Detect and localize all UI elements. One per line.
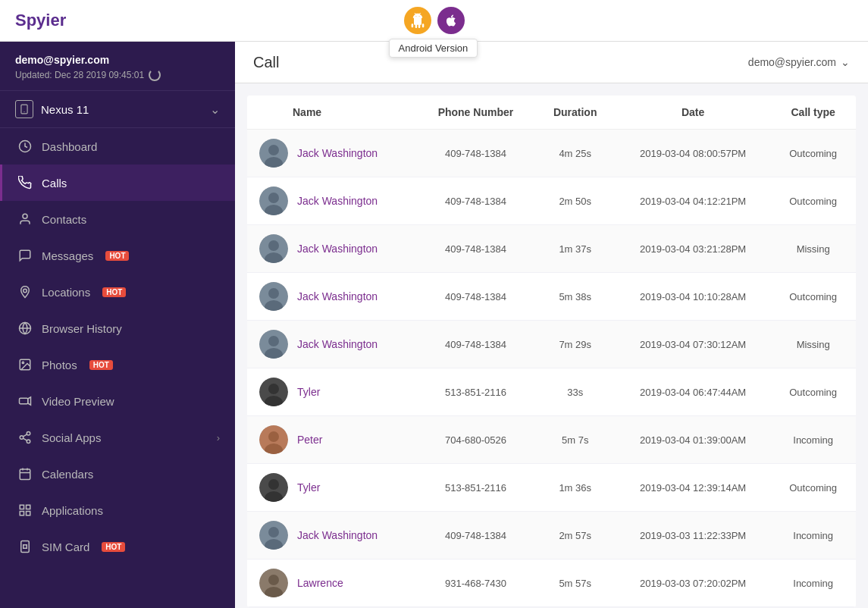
contact-avatar: [259, 330, 288, 359]
cell-date: 2019-03-04 01:39:00AM: [616, 416, 770, 464]
device-type-selector[interactable]: Android Version: [404, 7, 465, 34]
table-row: Jack Washington 409-748-1384 2m 57s 2019…: [247, 512, 856, 559]
photos-icon: [17, 357, 33, 372]
contact-name[interactable]: Jack Washington: [297, 243, 378, 255]
col-header-phone: Phone Number: [416, 96, 534, 130]
svg-rect-20: [20, 505, 24, 509]
cell-phone: 409-748-1384: [416, 225, 534, 273]
table-row: Tyler 513-851-2116 33s 2019-03-04 06:47:…: [247, 368, 856, 416]
col-header-duration: Duration: [535, 96, 616, 130]
table-container: Name Phone Number Duration Date Call typ…: [235, 83, 868, 608]
table-row: Lawrence 931-468-7430 5m 57s 2019-03-03 …: [247, 559, 856, 607]
cell-phone: 513-851-2116: [416, 368, 534, 416]
cell-duration: 5m 38s: [535, 273, 616, 321]
cell-duration: 5m 7s: [535, 416, 616, 464]
nav-label-calls: Calls: [42, 177, 67, 190]
content-header: Call demo@spyier.com ⌄: [235, 42, 868, 83]
locations-badge: HOT: [102, 287, 126, 297]
user-menu[interactable]: demo@spyier.com ⌄: [748, 56, 850, 68]
nav-label-locations: Locations: [42, 286, 90, 299]
cell-call-type: Missing: [770, 321, 856, 368]
calendars-icon: [17, 466, 33, 481]
contact-avatar: [259, 521, 288, 550]
cell-call-type: Missing: [770, 225, 856, 273]
svg-point-8: [22, 362, 24, 363]
cell-duration: 5m 57s: [535, 559, 616, 607]
contact-name[interactable]: Lawrence: [297, 577, 343, 589]
cell-name: Jack Washington: [247, 321, 416, 368]
contact-avatar: [259, 186, 288, 215]
nav-item-photos[interactable]: Photos HOT: [0, 346, 235, 383]
messages-icon: [17, 248, 33, 263]
apple-icon[interactable]: [437, 7, 465, 34]
svg-point-51: [268, 527, 279, 537]
contact-avatar: [259, 569, 288, 597]
nav-item-applications[interactable]: Applications: [0, 492, 235, 528]
contacts-icon: [17, 212, 33, 227]
sidebar-updated: Updated: Dec 28 2019 09:45:01: [15, 69, 220, 81]
cell-name: Tyler: [247, 464, 416, 512]
nav-item-messages[interactable]: Messages HOT: [0, 237, 235, 274]
cell-name: Jack Washington: [247, 225, 416, 273]
svg-point-3: [23, 214, 27, 218]
cell-phone: 409-748-1384: [416, 273, 534, 321]
col-header-name: Name: [247, 96, 416, 130]
cell-call-type: Incoming: [770, 559, 856, 607]
table-header-row: Name Phone Number Duration Date Call typ…: [247, 96, 856, 130]
contact-name[interactable]: Jack Washington: [297, 338, 378, 350]
contact-name[interactable]: Tyler: [297, 386, 320, 398]
nav-label-photos: Photos: [42, 359, 77, 371]
cell-phone: 409-748-1384: [416, 177, 534, 225]
contact-avatar: [259, 378, 288, 406]
calls-icon: [17, 175, 33, 190]
nav-item-social-apps[interactable]: Social Apps ›: [0, 419, 235, 456]
photos-badge: HOT: [89, 360, 113, 370]
nav-label-browser-history: Browser History: [42, 322, 122, 335]
nav-item-sim-card[interactable]: SIM Card HOT: [0, 528, 235, 565]
contact-avatar: [259, 234, 288, 263]
cell-duration: 2m 57s: [535, 512, 616, 559]
svg-point-12: [20, 436, 24, 440]
android-icon[interactable]: [404, 7, 431, 34]
cell-date: 2019-03-04 12:39:14AM: [616, 464, 770, 512]
cell-date: 2019-03-04 03:21:28PM: [616, 225, 770, 273]
social-apps-arrow: ›: [217, 432, 220, 443]
svg-rect-16: [20, 469, 30, 480]
nav-item-dashboard[interactable]: Dashboard: [0, 128, 235, 165]
table-row: Tyler 513-851-2116 1m 36s 2019-03-04 12:…: [247, 464, 856, 512]
sidebar: demo@spyier.com Updated: Dec 28 2019 09:…: [0, 42, 235, 608]
device-selector[interactable]: Nexus 11 ⌄: [0, 91, 235, 128]
cell-phone: 513-851-2116: [416, 464, 534, 512]
cell-duration: 1m 37s: [535, 225, 616, 273]
call-table: Name Phone Number Duration Date Call typ…: [247, 96, 856, 607]
nav-label-calendars: Calendars: [42, 468, 93, 481]
svg-point-42: [268, 384, 279, 394]
svg-rect-23: [20, 512, 24, 516]
cell-name: Jack Washington: [247, 130, 416, 177]
svg-line-15: [23, 434, 27, 437]
cell-date: 2019-03-03 11:22:33PM: [616, 512, 770, 559]
cell-name: Peter: [247, 416, 416, 464]
contact-name[interactable]: Jack Washington: [297, 290, 378, 302]
sim-icon: [17, 539, 33, 554]
nav-item-calls[interactable]: Calls: [0, 165, 235, 201]
video-icon: [17, 393, 33, 409]
cell-duration: 33s: [535, 368, 616, 416]
contact-name[interactable]: Jack Washington: [297, 147, 378, 159]
contact-name[interactable]: Jack Washington: [297, 195, 378, 207]
contact-name[interactable]: Jack Washington: [297, 529, 378, 541]
svg-point-33: [268, 240, 279, 251]
nav-item-browser-history[interactable]: Browser History: [0, 310, 235, 346]
nav-item-calendars[interactable]: Calendars: [0, 456, 235, 492]
nav-item-locations[interactable]: Locations HOT: [0, 274, 235, 310]
main-layout: demo@spyier.com Updated: Dec 28 2019 09:…: [0, 42, 868, 608]
contact-name[interactable]: Tyler: [297, 481, 320, 494]
nav-item-contacts[interactable]: Contacts: [0, 201, 235, 237]
refresh-icon[interactable]: [149, 69, 161, 81]
svg-point-39: [268, 336, 279, 346]
sidebar-email: demo@spyier.com: [15, 54, 220, 66]
cell-date: 2019-03-04 08:00:57PM: [616, 130, 770, 177]
contact-name[interactable]: Peter: [297, 434, 322, 446]
nav-item-video-preview[interactable]: Video Preview: [0, 383, 235, 419]
cell-date: 2019-03-04 10:10:28AM: [616, 273, 770, 321]
